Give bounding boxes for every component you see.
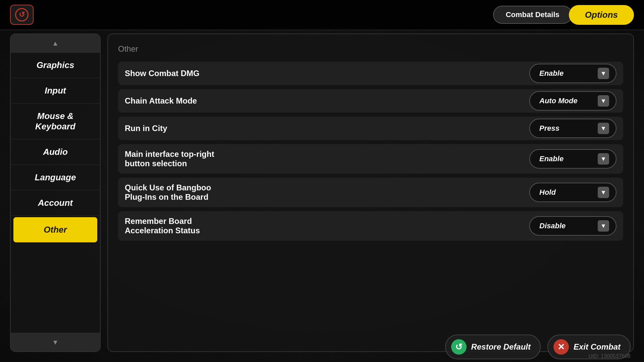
dropdown-arrow-icon: ▼ bbox=[598, 187, 609, 198]
dropdown-show-combat-dmg[interactable]: Enable ▼ bbox=[529, 64, 616, 83]
dropdown-chain-attack-mode[interactable]: Auto Mode ▼ bbox=[529, 91, 616, 111]
dropdown-arrow-icon: ▼ bbox=[598, 123, 609, 134]
tab-combat-details[interactable]: Combat Details bbox=[493, 6, 572, 24]
top-bar-right: Combat Details Options bbox=[493, 5, 634, 25]
setting-row-quick-use-bangboo: Quick Use of BangbooPlug-Ins on the Boar… bbox=[118, 178, 623, 207]
restore-default-button[interactable]: ↺ Restore Default bbox=[445, 335, 541, 359]
exit-combat-label: Exit Combat bbox=[574, 342, 621, 352]
setting-row-show-combat-dmg: Show Combat DMG Enable ▼ bbox=[118, 62, 623, 85]
dropdown-remember-board[interactable]: Disable ▼ bbox=[529, 216, 616, 236]
setting-label-remember-board: Remember BoardAcceleration Status bbox=[125, 211, 529, 241]
settings-section-title: Other bbox=[118, 44, 623, 54]
back-icon: ↺ bbox=[15, 8, 29, 21]
top-bar: ↺ Combat Details Options bbox=[0, 0, 644, 30]
restore-icon: ↺ bbox=[451, 339, 467, 355]
back-button[interactable]: ↺ bbox=[10, 5, 34, 25]
dropdown-arrow-icon: ▼ bbox=[598, 153, 609, 165]
setting-row-chain-attack-mode: Chain Attack Mode Auto Mode ▼ bbox=[118, 89, 623, 113]
main-content: ▲ Graphics Input Mouse & Keyboard Audio … bbox=[10, 34, 634, 352]
dropdown-arrow-icon: ▼ bbox=[598, 68, 609, 79]
setting-label-chain-attack-mode: Chain Attack Mode bbox=[125, 91, 529, 111]
bottom-bar: ↺ Restore Default ✕ Exit Combat bbox=[0, 332, 644, 362]
uid-text: UID: 1300537608 bbox=[589, 353, 631, 359]
exit-icon: ✕ bbox=[553, 339, 569, 355]
sidebar-item-account[interactable]: Account bbox=[11, 190, 100, 216]
dropdown-run-in-city[interactable]: Press ▼ bbox=[529, 119, 616, 138]
sidebar-item-other[interactable]: Other bbox=[13, 217, 97, 242]
setting-label-quick-use-bangboo: Quick Use of BangbooPlug-Ins on the Boar… bbox=[125, 178, 529, 207]
sidebar: ▲ Graphics Input Mouse & Keyboard Audio … bbox=[10, 34, 101, 352]
sidebar-item-language[interactable]: Language bbox=[11, 165, 100, 190]
setting-label-main-interface: Main interface top-rightbutton selection bbox=[125, 144, 529, 174]
dropdown-quick-use-bangboo[interactable]: Hold ▼ bbox=[529, 183, 616, 202]
settings-panel: Other Show Combat DMG Enable ▼ Chain Att… bbox=[107, 34, 634, 352]
dropdown-arrow-icon: ▼ bbox=[598, 95, 609, 107]
chevron-up-icon: ▲ bbox=[52, 40, 59, 47]
sidebar-item-input[interactable]: Input bbox=[11, 78, 100, 104]
setting-label-show-combat-dmg: Show Combat DMG bbox=[125, 63, 529, 83]
tab-options[interactable]: Options bbox=[569, 5, 634, 25]
setting-row-remember-board: Remember BoardAcceleration Status Disabl… bbox=[118, 211, 623, 241]
dropdown-arrow-icon: ▼ bbox=[598, 220, 609, 232]
sidebar-scroll-up[interactable]: ▲ bbox=[11, 34, 100, 53]
sidebar-item-audio[interactable]: Audio bbox=[11, 139, 100, 165]
sidebar-items: Graphics Input Mouse & Keyboard Audio La… bbox=[11, 53, 100, 333]
sidebar-item-mouse-keyboard[interactable]: Mouse & Keyboard bbox=[11, 104, 100, 139]
sidebar-item-graphics[interactable]: Graphics bbox=[11, 53, 100, 78]
setting-label-run-in-city: Run in City bbox=[125, 118, 529, 138]
dropdown-main-interface[interactable]: Enable ▼ bbox=[529, 149, 616, 169]
setting-row-run-in-city: Run in City Press ▼ bbox=[118, 117, 623, 140]
setting-row-main-interface: Main interface top-rightbutton selection… bbox=[118, 144, 623, 174]
restore-default-label: Restore Default bbox=[471, 342, 531, 352]
